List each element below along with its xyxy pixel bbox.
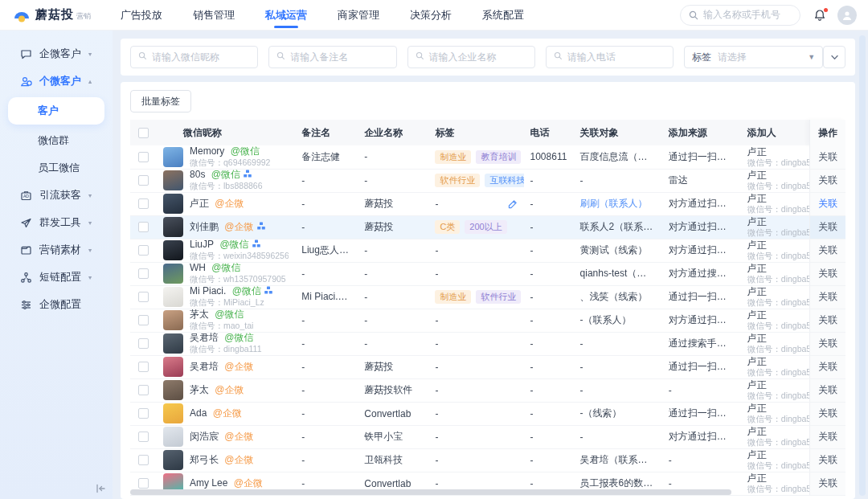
topbar: 蘑菇投 营销 广告投放 销售管理 私域运营 商家管理 决策分析 系统配置 输入名… xyxy=(0,0,868,31)
sidebar-subitem-kehu[interactable]: 客户 xyxy=(8,97,104,125)
table-row[interactable]: Mi Piaci. @微信微信号：MiPiaci_LzMi Piaci.速速破-… xyxy=(130,285,845,309)
tag-badge: 软件行业 xyxy=(476,290,521,304)
row-checkbox[interactable] xyxy=(138,432,149,442)
relate-action-link[interactable]: 关联 xyxy=(818,151,837,162)
table-row[interactable]: 80s @微信微信号：lbs888866--软件行业互联科技--雷达卢正微信号：… xyxy=(130,169,845,192)
select-all-checkbox[interactable] xyxy=(138,128,149,138)
row-checkbox[interactable] xyxy=(138,478,149,489)
sidebar-subitem-yuangong-weixin[interactable]: 员工微信 xyxy=(0,154,113,182)
sidebar-subitem-weixinqun[interactable]: 微信群 xyxy=(0,127,113,154)
global-search-input[interactable]: 输入名称或手机号 xyxy=(680,5,800,26)
filter-expand-button[interactable] xyxy=(823,46,845,68)
horizontal-scrollbar-thumb[interactable] xyxy=(130,489,731,495)
relate-action-link[interactable]: 关联 xyxy=(818,174,837,186)
sliders-icon xyxy=(19,299,32,311)
row-checkbox[interactable] xyxy=(138,268,149,279)
sidebar-item-duanlian-peizhi[interactable]: 短链配置▼ xyxy=(0,264,113,291)
vertical-scrollbar[interactable] xyxy=(859,35,866,496)
nav-item-sales[interactable]: 销售管理 xyxy=(193,0,235,31)
table-row[interactable]: 卢正 @企微-蘑菇投--刷刷（联系人）对方通过扫一扫添加卢正微信号：dingba… xyxy=(130,192,845,215)
nickname-filter-input[interactable]: 请输入微信昵称 xyxy=(130,46,258,68)
company-cell: - xyxy=(358,239,428,262)
phone-cell: - xyxy=(524,169,574,192)
row-checkbox[interactable] xyxy=(138,315,149,325)
relate-action-link[interactable]: 关联 xyxy=(818,198,837,209)
nav-item-private-domain[interactable]: 私域运营 xyxy=(265,0,307,31)
related-object-cell[interactable]: 刷刷（联系人） xyxy=(574,192,662,215)
table-row[interactable]: 郑弓长 @企微-卫瓴科技--吴君培（联系人）-卢正微信号：dingba527关联 xyxy=(130,448,845,472)
sidebar-item-gewei-kehu[interactable]: 个微客户▲ xyxy=(0,67,113,95)
nav-item-system[interactable]: 系统配置 xyxy=(482,0,524,31)
tags-cell: 制造业软件行业 xyxy=(428,285,523,309)
company-cell: - xyxy=(358,169,428,192)
table-row[interactable]: LiuJP @微信微信号：weixin348596256Liug恶人备注---黄… xyxy=(130,239,845,262)
nav-item-analysis[interactable]: 决策分析 xyxy=(410,0,452,31)
related-object-cell: - xyxy=(574,378,662,402)
notification-bell-icon[interactable] xyxy=(813,9,826,22)
row-checkbox[interactable] xyxy=(138,362,149,372)
table-body: Memory @微信微信号：q694669992备注志健-制造业教育培训1008… xyxy=(130,145,845,495)
tag-badge: 200以上 xyxy=(465,220,506,234)
adder-cell: 卢正微信号：dingba527 xyxy=(741,378,810,402)
tag-filter-select[interactable]: 标签 请选择 ▼ xyxy=(684,46,823,68)
relate-action-link[interactable]: 关联 xyxy=(818,221,837,232)
row-checkbox[interactable] xyxy=(138,198,149,209)
relate-action-link[interactable]: 关联 xyxy=(818,477,837,489)
table-row[interactable]: 吴君培 @企微-蘑菇投---通过扫一扫添加卢正微信号：dingba527关联 xyxy=(130,355,845,378)
relate-action-link[interactable]: 关联 xyxy=(818,454,837,465)
sidebar-item-yinliu-huoke[interactable]: AD引流获客▼ xyxy=(0,182,113,209)
relate-action-link[interactable]: 关联 xyxy=(818,407,837,419)
search-icon xyxy=(138,51,152,63)
row-checkbox[interactable] xyxy=(138,408,149,419)
relate-action-link[interactable]: 关联 xyxy=(818,337,837,349)
row-checkbox[interactable] xyxy=(138,292,149,302)
nav-item-ad[interactable]: 广告投放 xyxy=(121,0,162,31)
relate-action-link[interactable]: 关联 xyxy=(818,314,837,325)
tag-badge: 制造业 xyxy=(435,290,471,304)
relate-action-link[interactable]: 关联 xyxy=(818,384,837,395)
row-checkbox[interactable] xyxy=(138,222,149,232)
company-filter-input[interactable]: 请输入企业名称 xyxy=(407,46,535,68)
sidebar-item-yingxiao-sucai[interactable]: 营销素材▼ xyxy=(0,236,113,264)
row-checkbox[interactable] xyxy=(138,175,149,186)
table-row[interactable]: 刘佳鹏 @企微-蘑菇投C类200以上-联系人2（联系人）对方通过扫一扫添加卢正微… xyxy=(130,215,845,239)
table-row[interactable]: WH @微信微信号：wh13570957905----qianhs-test（联… xyxy=(130,262,845,285)
relate-action-link[interactable]: 关联 xyxy=(818,361,837,372)
table-row[interactable]: 茅太 @企微-蘑菇投软件----卢正微信号：dingba527关联 xyxy=(130,378,845,402)
avatar xyxy=(163,217,183,237)
batch-tag-button[interactable]: 批量标签 xyxy=(130,90,191,112)
relate-action-link[interactable]: 关联 xyxy=(818,431,837,442)
tags-cell: - xyxy=(428,355,523,378)
table-row[interactable]: 吴君培 @微信微信号：dingba111-----通过搜索手机号添加卢正微信号：… xyxy=(130,332,845,355)
sidebar-item-qunfa-gongju[interactable]: 群发工具▼ xyxy=(0,209,113,236)
sidebar-collapse-button[interactable] xyxy=(95,483,106,494)
row-checkbox[interactable] xyxy=(138,245,149,256)
remark-filter-input[interactable]: 请输入备注名 xyxy=(268,46,396,68)
chevron-down-icon: ▼ xyxy=(87,51,92,57)
row-checkbox[interactable] xyxy=(138,455,149,465)
nav-item-merchant[interactable]: 商家管理 xyxy=(338,0,379,31)
user-avatar[interactable] xyxy=(837,6,857,25)
phone-cell: - xyxy=(524,262,574,285)
row-checkbox[interactable] xyxy=(138,338,149,349)
nickname-cell: 刘佳鹏 @企微 xyxy=(157,215,295,239)
userchat-icon xyxy=(19,76,32,88)
remark-cell: Mi Piaci.速速破 xyxy=(295,285,358,309)
row-checkbox[interactable] xyxy=(138,385,149,395)
row-checkbox[interactable] xyxy=(138,152,149,162)
edit-tags-icon[interactable] xyxy=(508,199,518,209)
tags-cell: - xyxy=(428,378,523,402)
sidebar-item-qiwei-kehu[interactable]: 企微客户▼ xyxy=(0,40,113,67)
company-cell: - xyxy=(358,145,428,169)
table-row[interactable]: Ada @企微-Convertlab---（线索）通过扫一扫添加卢正微信号：di… xyxy=(130,402,845,425)
phone-filter-input[interactable]: 请输入电话 xyxy=(546,46,674,68)
relate-action-link[interactable]: 关联 xyxy=(818,244,837,256)
relate-action-link[interactable]: 关联 xyxy=(818,268,837,279)
table-row[interactable]: 茅太 @微信微信号：mao_tai-----（联系人）对方通过扫一扫添加卢正微信… xyxy=(130,309,845,332)
sidebar-item-qiwei-peizhi[interactable]: 企微配置 xyxy=(0,291,113,318)
filter-placeholder: 请输入备注名 xyxy=(290,51,348,64)
relate-action-link[interactable]: 关联 xyxy=(818,291,837,302)
table-row[interactable]: Memory @微信微信号：q694669992备注志健-制造业教育培训1008… xyxy=(130,145,845,169)
table-row[interactable]: 闵浩宸 @企微-铁甲小宝---对方通过扫一扫添加卢正微信号：dingba527关… xyxy=(130,425,845,448)
phone-cell: 1008611 xyxy=(524,145,574,169)
